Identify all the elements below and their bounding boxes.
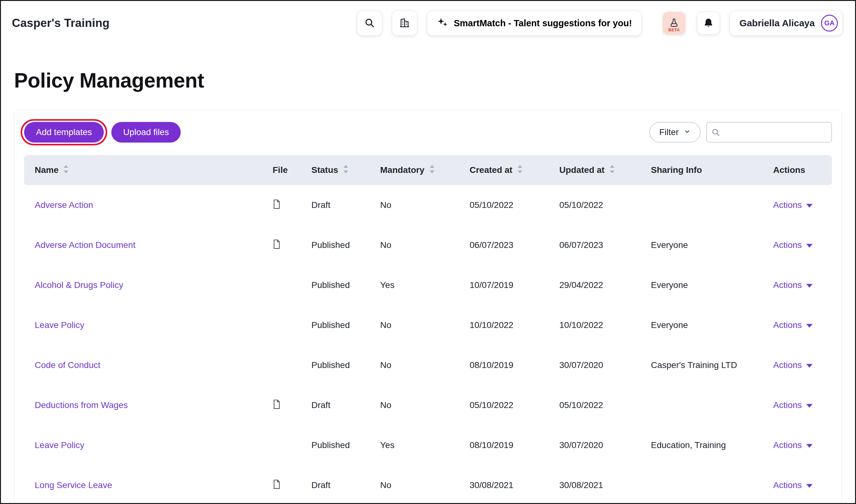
column-header-mandatory[interactable]: Mandatory [370,155,459,185]
table-row: Adverse Action Document Published No 06/… [24,225,832,265]
column-label: Sharing Info [651,165,702,175]
column-header-created-at[interactable]: Created at [459,155,549,185]
smartmatch-button[interactable]: SmartMatch - Talent suggestions for you! [427,11,642,36]
policy-name-link[interactable]: Alcohol & Drugs Policy [35,280,123,290]
actions-dropdown[interactable]: Actions [773,440,813,450]
name-cell: Adverse Action Document [24,225,262,265]
column-header-file: File [262,155,301,185]
app-title: Casper's Training [12,17,109,30]
user-name: Gabriella Alicaya [739,18,815,29]
mandatory-cell: No [370,185,459,225]
actions-label: Actions [773,400,802,410]
notifications-button[interactable] [697,12,720,34]
created-at-cell: 05/10/2022 [459,185,549,225]
file-cell [262,265,301,305]
labs-button[interactable]: BETA [663,12,685,34]
updated-at-cell: 30/08/2021 [549,465,640,504]
file-cell [262,385,301,425]
actions-cell: Actions [763,265,832,305]
policy-name-link[interactable]: Code of Conduct [35,360,100,370]
status-cell: Published [301,345,370,385]
page-title: Policy Management [14,69,855,92]
column-label: Mandatory [380,165,425,175]
status-cell: Published [301,225,370,265]
column-label: Name [35,165,58,175]
mandatory-cell: No [370,345,459,385]
organization-button[interactable] [392,11,417,36]
upload-files-button[interactable]: Upload files [111,122,181,143]
mandatory-cell: No [370,465,459,504]
file-cell [262,225,301,265]
policies-card: Add templates Upload files Filter [14,110,842,504]
search-button[interactable] [357,11,382,36]
updated-at-cell: 29/04/2022 [549,265,640,305]
column-header-status[interactable]: Status [301,155,370,185]
policy-name-link[interactable]: Long Service Leave [35,480,112,490]
actions-label: Actions [773,320,802,330]
column-header-updated-at[interactable]: Updated at [549,155,640,185]
mandatory-cell: No [370,225,459,265]
created-at-cell: 08/10/2019 [459,345,549,385]
filter-button[interactable]: Filter [649,122,701,143]
mandatory-cell: Yes [370,265,459,305]
actions-cell: Actions [763,425,832,465]
policy-name-link[interactable]: Adverse Action [35,200,93,210]
actions-dropdown[interactable]: Actions [773,360,813,370]
column-label: Updated at [559,165,605,175]
smartmatch-label: SmartMatch - Talent suggestions for you! [453,18,632,29]
file-cell [262,185,301,225]
document-icon [273,479,281,489]
file-cell [262,345,301,385]
updated-at-cell: 05/10/2022 [549,385,640,425]
column-label: File [273,165,288,175]
document-icon [273,399,281,409]
name-cell: Code of Conduct [24,345,262,385]
actions-cell: Actions [763,305,832,345]
avatar: GA [821,15,838,32]
user-menu[interactable]: Gabriella Alicaya GA [730,11,842,36]
sort-icon [608,164,616,176]
policy-name-link[interactable]: Deductions from Wages [35,400,128,410]
caret-down-icon [806,324,813,328]
actions-dropdown[interactable]: Actions [773,400,813,410]
sharing-info-cell: Education, Training [640,425,763,465]
name-cell: Adverse Action [24,185,262,225]
created-at-cell: 10/07/2019 [459,265,549,305]
sharing-info-cell: Casper's Training LTD [640,345,763,385]
column-header-name[interactable]: Name [24,155,262,185]
actions-dropdown[interactable]: Actions [773,320,813,330]
table-row: Leave Policy Published Yes 08/10/2019 30… [24,425,832,465]
policy-name-link[interactable]: Leave Policy [35,440,85,450]
mandatory-cell: No [370,385,459,425]
updated-at-cell: 06/07/2023 [549,225,640,265]
actions-label: Actions [773,360,802,370]
updated-at-cell: 10/10/2022 [549,305,640,345]
search-input[interactable] [706,122,832,143]
policy-name-link[interactable]: Adverse Action Document [35,240,136,250]
name-cell: Alcohol & Drugs Policy [24,265,262,305]
actions-label: Actions [773,200,802,210]
policy-name-link[interactable]: Leave Policy [35,320,85,330]
add-templates-button[interactable]: Add templates [24,122,104,143]
building-icon [399,18,410,29]
actions-dropdown[interactable]: Actions [773,480,813,490]
actions-cell: Actions [763,185,832,225]
actions-cell: Actions [763,225,832,265]
actions-dropdown[interactable]: Actions [773,200,813,210]
actions-label: Actions [773,440,802,450]
column-label: Created at [469,165,513,175]
chevron-down-icon [684,127,691,137]
mandatory-cell: No [370,305,459,345]
actions-label: Actions [773,480,802,490]
actions-dropdown[interactable]: Actions [773,280,813,290]
actions-cell: Actions [763,345,832,385]
status-cell: Draft [301,385,370,425]
file-cell [262,425,301,465]
actions-cell: Actions [763,385,832,425]
actions-dropdown[interactable]: Actions [773,240,813,250]
toolbar: Add templates Upload files Filter [24,122,832,143]
sharing-info-cell [640,185,763,225]
created-at-cell: 06/07/2023 [459,225,549,265]
updated-at-cell: 05/10/2022 [549,185,640,225]
document-icon [273,199,281,209]
